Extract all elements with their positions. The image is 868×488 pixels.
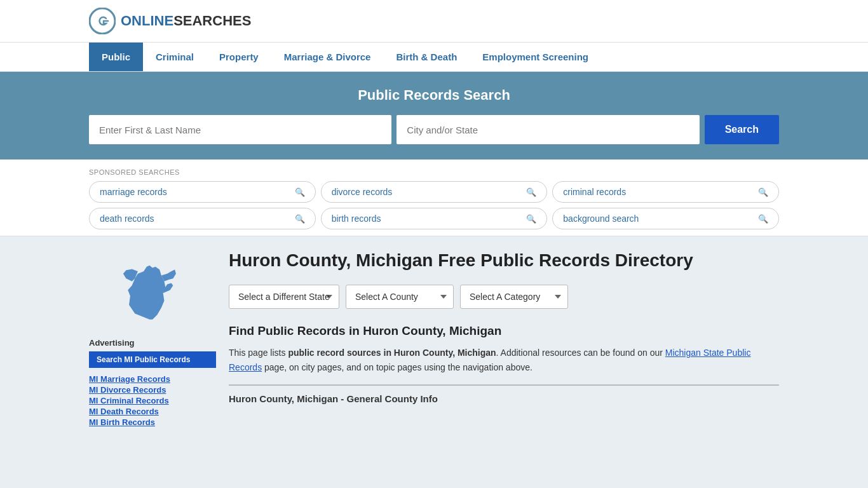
search-icon-0: 🔍 bbox=[295, 187, 305, 197]
sidebar-link-death[interactable]: MI Death Records bbox=[89, 407, 216, 416]
content-area: Huron County, Michigan Free Public Recor… bbox=[229, 249, 779, 427]
search-icon-4: 🔍 bbox=[526, 214, 536, 224]
nav-item-marriage-divorce[interactable]: Marriage & Divorce bbox=[271, 43, 384, 71]
state-dropdown[interactable]: Select a Different State bbox=[229, 285, 339, 309]
search-bar: Search bbox=[89, 115, 779, 144]
sponsored-item-background[interactable]: background search 🔍 bbox=[552, 208, 779, 229]
search-icon-3: 🔍 bbox=[295, 214, 305, 224]
logo-text: ONLINESEARCHES bbox=[121, 13, 251, 29]
nav-item-birth-death[interactable]: Birth & Death bbox=[383, 43, 470, 71]
sponsored-label: SPONSORED SEARCHES bbox=[89, 168, 779, 176]
logo-icon bbox=[89, 8, 116, 34]
sidebar: Advertising Search MI Public Records MI … bbox=[89, 249, 216, 427]
dropdowns-row: Select a Different State Select A County… bbox=[229, 285, 779, 309]
page-title: Huron County, Michigan Free Public Recor… bbox=[229, 249, 779, 272]
general-info-heading: Huron County, Michigan - General County … bbox=[229, 393, 779, 404]
search-icon-5: 🔍 bbox=[758, 214, 768, 224]
ad-button[interactable]: Search MI Public Records bbox=[89, 351, 216, 368]
sidebar-links: MI Marriage Records MI Divorce Records M… bbox=[89, 374, 216, 427]
nav-item-criminal[interactable]: Criminal bbox=[143, 43, 207, 71]
nav-item-property[interactable]: Property bbox=[207, 43, 271, 71]
main-content: Advertising Search MI Public Records MI … bbox=[0, 236, 868, 440]
search-icon-2: 🔍 bbox=[758, 187, 768, 197]
category-dropdown[interactable]: Select A Category bbox=[460, 285, 568, 309]
main-nav: Public Criminal Property Marriage & Divo… bbox=[0, 43, 868, 72]
sponsored-item-divorce[interactable]: divorce records 🔍 bbox=[321, 181, 548, 203]
find-description: This page lists public record sources in… bbox=[229, 346, 779, 374]
header: ONLINESEARCHES bbox=[0, 0, 868, 43]
county-dropdown[interactable]: Select A County bbox=[346, 285, 454, 309]
sponsored-item-criminal[interactable]: criminal records 🔍 bbox=[552, 181, 779, 203]
sidebar-link-criminal[interactable]: MI Criminal Records bbox=[89, 396, 216, 405]
michigan-map bbox=[114, 249, 191, 325]
sponsored-item-marriage[interactable]: marriage records 🔍 bbox=[89, 181, 316, 203]
hero-section: Public Records Search Search bbox=[0, 72, 868, 159]
search-icon-1: 🔍 bbox=[526, 187, 536, 197]
general-info-section: Huron County, Michigan - General County … bbox=[229, 384, 779, 404]
sponsored-item-death[interactable]: death records 🔍 bbox=[89, 208, 316, 229]
advertising-label: Advertising bbox=[89, 338, 216, 348]
find-title: Find Public Records in Huron County, Mic… bbox=[229, 324, 779, 338]
sponsored-grid: marriage records 🔍 divorce records 🔍 cri… bbox=[89, 181, 779, 229]
logo: ONLINESEARCHES bbox=[89, 8, 251, 34]
location-input[interactable] bbox=[397, 115, 699, 144]
search-button[interactable]: Search bbox=[705, 115, 779, 144]
sponsored-item-birth[interactable]: birth records 🔍 bbox=[321, 208, 548, 229]
sponsored-section: SPONSORED SEARCHES marriage records 🔍 di… bbox=[0, 159, 868, 236]
sidebar-link-marriage[interactable]: MI Marriage Records bbox=[89, 374, 216, 384]
nav-item-employment[interactable]: Employment Screening bbox=[470, 43, 601, 71]
sidebar-link-divorce[interactable]: MI Divorce Records bbox=[89, 385, 216, 395]
nav-item-public[interactable]: Public bbox=[89, 43, 143, 71]
hero-title: Public Records Search bbox=[89, 87, 779, 104]
name-input[interactable] bbox=[89, 115, 391, 144]
svg-point-0 bbox=[90, 8, 115, 34]
sidebar-link-birth[interactable]: MI Birth Records bbox=[89, 417, 216, 427]
